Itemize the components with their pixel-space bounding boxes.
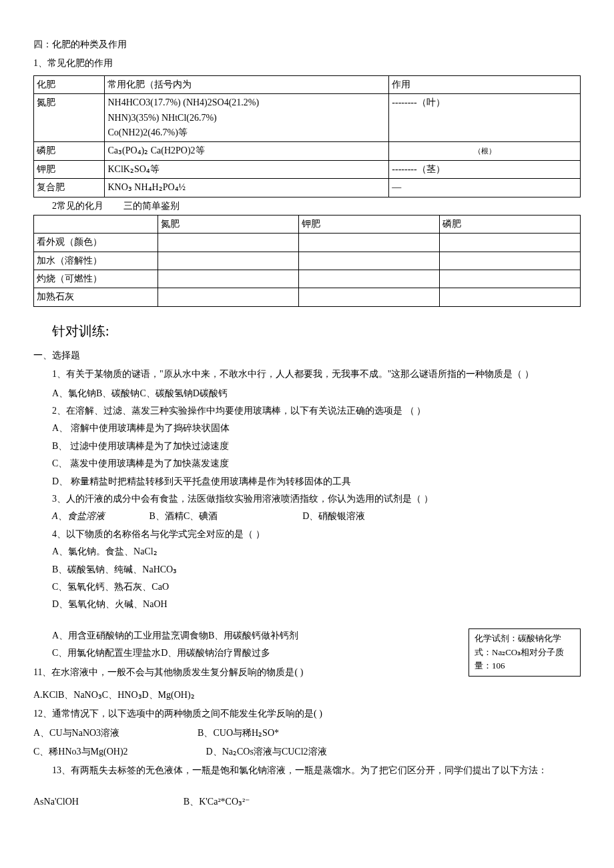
text: 三的简单鉴别 xyxy=(123,199,180,213)
question-3: 3、人的汗液的成分中会有食盐，法医做指纹实验用溶液喷洒指纹，你认为选用的试剂是（… xyxy=(52,492,581,506)
text: （根） xyxy=(474,147,496,155)
q1-options: A、氯化钠B、碳酸钠C、碳酸氢钠D碳酸钙 xyxy=(52,386,581,401)
table-row: 复合肥 KNO₃ NH₄H₂PO₄½ — xyxy=(34,179,581,197)
table-row: 加水（溶解性） xyxy=(34,252,581,270)
q12-opt-c: C、稀HNo3与Mg(OH)2 xyxy=(33,747,128,757)
cell xyxy=(439,252,580,270)
choice-heading: 一、选择题 xyxy=(33,348,581,363)
question-13: 13、有两瓶失去标签的无色液体，一瓶是饱和氯化钠溶液，一瓶是蒸馏水。为了把它们区… xyxy=(52,763,581,778)
question-4: 4、以下物质的名称俗名与化学式完全对应的是（ ） xyxy=(52,527,581,542)
subheading-1: 1、常见化肥的作用 xyxy=(33,56,581,71)
table-row: 氮肥 钾肥 磷肥 xyxy=(34,215,581,233)
q12-row2: C、稀HNo3与Mg(OH)2 D、Na₂COs溶液与CUCl2溶液 xyxy=(33,745,581,759)
subheading-2-split: 2常见的化月 三的简单鉴别 xyxy=(33,199,581,213)
cell xyxy=(439,288,580,306)
question-1: 1、有关于某物质的谜语，"原从水中来，不敢水中行，人人都要我，无我事不成。"这那… xyxy=(33,367,581,382)
q4-opt-c: C、氢氧化钙、熟石灰、CaO xyxy=(52,580,581,594)
cell: 氮肥 xyxy=(158,215,298,233)
cell: 化肥 xyxy=(34,75,105,93)
reagent-info-box: 化学试剂：碳酸钠化学式：Na₂CO₃相对分子质量：106 xyxy=(469,628,581,677)
q12-row1: A、CU与NaNO3溶液 B、CUO与稀H₂SO* xyxy=(33,726,581,741)
fertilizer-table: 化肥 常用化肥（括号内为 作用 氮肥 NH4HCO3(17.7%) (NH4)2… xyxy=(33,75,581,197)
cell: KNO₃ NH₄H₂PO₄½ xyxy=(105,179,389,197)
cell: 钾肥 xyxy=(34,160,105,178)
cell xyxy=(158,270,298,288)
q12-opt-b: B、CUO与稀H₂SO* xyxy=(198,728,279,738)
heading-types: 四：化肥的种类及作用 xyxy=(33,37,581,52)
q3-opt-d: D、硝酸银溶液 xyxy=(302,511,365,521)
q2-opt-c: C、 蒸发中使用玻璃棒是为了加快蒸发速度 xyxy=(52,456,581,471)
q2-opt-d: D、 称量精盐时把精盐转移到天平托盘使用玻璃棒是作为转移固体的工具 xyxy=(52,474,581,489)
q4-opt-d: D、氢氧化钠、火碱、NaOH xyxy=(52,597,581,612)
cell: 常用化肥（括号内为 xyxy=(105,75,389,93)
table-row: 加熟石灰 xyxy=(34,288,581,306)
cell: 氮肥 xyxy=(34,94,105,142)
cell: 磷肥 xyxy=(34,142,105,160)
table-row: 看外观（颜色） xyxy=(34,234,581,252)
bottom-b: B、K'Ca²*CO₃²⁻ xyxy=(184,797,250,807)
table-row: 灼烧（可燃性） xyxy=(34,270,581,288)
cell xyxy=(298,288,439,306)
q12-opt-d: D、Na₂COs溶液与CUCl2溶液 xyxy=(206,747,327,757)
cell: Ca₃(PO₄)₂ Ca(H2PO)2等 xyxy=(105,142,389,160)
cell: （根） xyxy=(389,142,581,160)
bottom-row: AsNa'ClOH B、K'Ca²*CO₃²⁻ xyxy=(33,795,581,809)
text: Co(NH2)2(46.7%)等 xyxy=(107,125,386,140)
text: 2常见的化月 xyxy=(52,199,123,213)
cell: --------（茎） xyxy=(389,160,581,178)
cell xyxy=(34,215,158,233)
cell: 复合肥 xyxy=(34,179,105,197)
q3-opt-a: A、食盐溶液 xyxy=(52,511,105,521)
q3-options: A、食盐溶液 B、酒精C、碘酒 D、硝酸银溶液 xyxy=(52,509,581,524)
cell: — xyxy=(389,179,581,197)
table-row: 氮肥 NH4HCO3(17.7%) (NH4)2SO4(21.2%) NHN)3… xyxy=(34,94,581,142)
cell: 加熟石灰 xyxy=(34,288,158,306)
text: NH4HCO3(17.7%) (NH4)2SO4(21.2%) xyxy=(107,95,386,110)
q2-opt-a: A、 溶解中使用玻璃棒是为了捣碎块状固体 xyxy=(52,421,581,436)
cell: 灼烧（可燃性） xyxy=(34,270,158,288)
question-2: 2、在溶解、过滤、蒸发三种实验操作中均要使用玻璃棒，以下有关说法正确的选项是 （… xyxy=(52,404,581,418)
table-row: 磷肥 Ca₃(PO₄)₂ Ca(H2PO)2等 （根） xyxy=(34,142,581,160)
cell: 作用 xyxy=(389,75,581,93)
table-row: 钾肥 KClK₂SO₄等 --------（茎） xyxy=(34,160,581,178)
q4-opt-b: B、碳酸氢钠、纯碱、NaHCO₃ xyxy=(52,562,581,577)
q2-opt-b: B、 过滤中使用玻璃棒是为了加快过滤速度 xyxy=(52,439,581,454)
q4-opt-a: A、氯化钠。食盐、NaCl₂ xyxy=(52,544,581,559)
cell xyxy=(298,270,439,288)
practice-title: 针对训练: xyxy=(52,320,581,342)
question-12: 12、通常情况下，以下选项中的两种物质之间不能发生化学反响的是( ) xyxy=(33,707,581,721)
cell: KClK₂SO₄等 xyxy=(105,160,389,178)
table-row: 化肥 常用化肥（括号内为 作用 xyxy=(34,75,581,93)
cell xyxy=(298,252,439,270)
cell xyxy=(158,288,298,306)
q3-opt-bc: B、酒精C、碘酒 xyxy=(149,511,218,521)
cell: NH4HCO3(17.7%) (NH4)2SO4(21.2%) NHN)3(35… xyxy=(105,94,389,142)
cell: 看外观（颜色） xyxy=(34,234,158,252)
identification-table: 氮肥 钾肥 磷肥 看外观（颜色） 加水（溶解性） 灼烧（可燃性） 加熟石灰 xyxy=(33,215,581,307)
cell xyxy=(439,270,580,288)
cell xyxy=(158,234,298,252)
bottom-a: AsNa'ClOH xyxy=(33,797,79,807)
cell xyxy=(158,252,298,270)
q11-options: A.KClB、NaNO₃C、HNO₃D、Mg(OH)₂ xyxy=(33,688,581,703)
q12-opt-a: A、CU与NaNO3溶液 xyxy=(33,728,119,738)
text: NHN)3(35%) NHtCl(26.7%) xyxy=(107,111,386,125)
cell: 磷肥 xyxy=(439,215,580,233)
cell: 钾肥 xyxy=(298,215,439,233)
cell: --------（叶） xyxy=(389,94,581,142)
cell xyxy=(439,234,580,252)
cell: 加水（溶解性） xyxy=(34,252,158,270)
cell xyxy=(298,234,439,252)
